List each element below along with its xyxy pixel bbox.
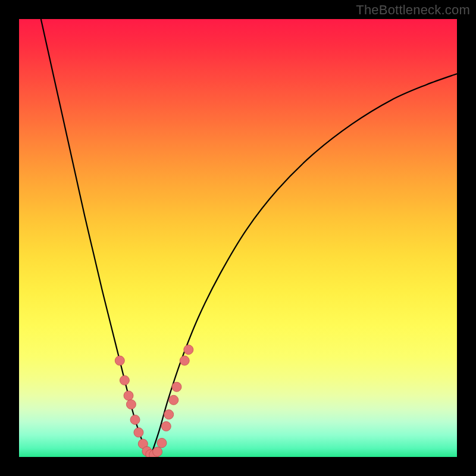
scatter-dot: [126, 400, 136, 409]
outer-frame: TheBottleneck.com: [0, 0, 476, 476]
chart-svg: [19, 19, 457, 457]
scatter-dot: [115, 356, 124, 365]
scatter-dot: [172, 382, 181, 392]
curve-right-branch: [151, 74, 457, 457]
watermark-text: TheBottleneck.com: [356, 2, 470, 18]
scatter-dot: [120, 375, 129, 385]
scatter-dot: [164, 410, 174, 419]
scatter-dot: [169, 395, 178, 405]
scatter-dot: [157, 438, 167, 447]
scatter-dots-group: [115, 345, 193, 457]
scatter-dot: [134, 428, 143, 437]
plot-area: [19, 19, 457, 457]
curve-left-branch: [41, 19, 151, 457]
scatter-dot: [153, 447, 162, 456]
scatter-dot: [130, 415, 140, 424]
scatter-dot: [184, 345, 193, 355]
scatter-dot: [161, 421, 171, 431]
scatter-dot: [124, 391, 133, 400]
scatter-dot: [180, 356, 189, 365]
